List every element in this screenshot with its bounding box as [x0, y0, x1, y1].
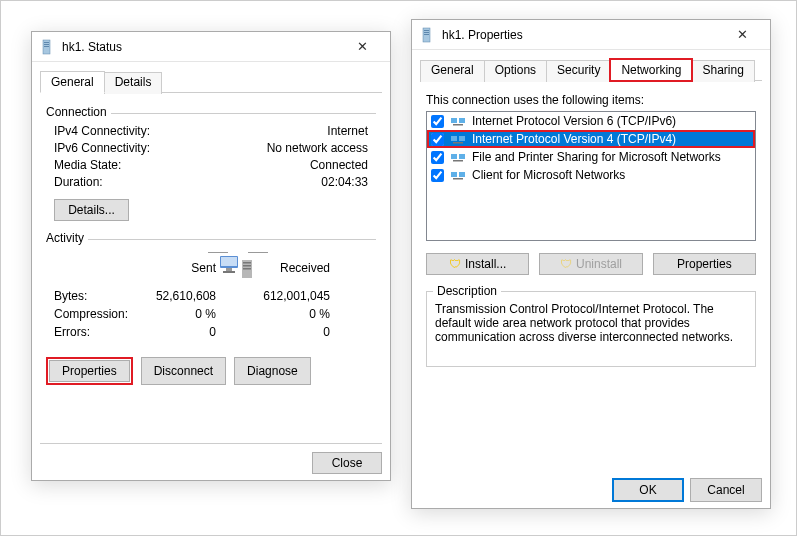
description-text: Transmission Control Protocol/Internet P…: [435, 302, 747, 344]
items-list[interactable]: Internet Protocol Version 6 (TCP/IPv6)In…: [426, 111, 756, 241]
svg-rect-7: [223, 271, 235, 273]
install-button[interactable]: 🛡Install...: [426, 253, 529, 275]
list-item[interactable]: Internet Protocol Version 4 (TCP/IPv4): [427, 130, 755, 148]
status-tabstrip: General Details: [40, 70, 382, 93]
item-properties-button[interactable]: Properties: [653, 253, 756, 275]
svg-rect-22: [451, 154, 457, 159]
close-button[interactable]: ✕: [342, 39, 382, 54]
svg-rect-20: [459, 136, 465, 141]
properties-title: hk1. Properties: [442, 28, 722, 42]
svg-rect-19: [451, 136, 457, 141]
errors-received: 0: [260, 325, 330, 339]
duration-label: Duration:: [54, 175, 103, 189]
svg-rect-2: [44, 44, 49, 45]
item-checkbox[interactable]: [431, 169, 444, 182]
ok-button[interactable]: OK: [612, 478, 684, 502]
disconnect-button[interactable]: Disconnect: [141, 357, 226, 385]
activity-icon: [218, 250, 258, 282]
compression-received: 0 %: [260, 307, 330, 321]
svg-rect-23: [459, 154, 465, 159]
item-label: Internet Protocol Version 6 (TCP/IPv6): [472, 114, 676, 128]
bytes-sent: 52,610,608: [146, 289, 216, 303]
svg-rect-1: [44, 42, 49, 43]
ipv6-label: IPv6 Connectivity:: [54, 141, 150, 155]
ipv4-label: IPv4 Connectivity:: [54, 124, 150, 138]
svg-rect-11: [243, 268, 251, 270]
item-checkbox[interactable]: [431, 115, 444, 128]
status-dialog: hk1. Status ✕ General Details Connection…: [31, 31, 391, 481]
diagnose-button[interactable]: Diagnose: [234, 357, 311, 385]
list-item[interactable]: Internet Protocol Version 6 (TCP/IPv6): [427, 112, 755, 130]
properties-dialog: hk1. Properties ✕ General Options Securi…: [411, 19, 771, 509]
compression-sent: 0 %: [146, 307, 216, 321]
compression-label: Compression:: [54, 307, 144, 321]
ipv4-value: Internet: [327, 124, 368, 138]
svg-rect-26: [459, 172, 465, 177]
svg-rect-16: [451, 118, 457, 123]
errors-sent: 0: [146, 325, 216, 339]
protocol-icon: [450, 167, 466, 183]
svg-rect-15: [424, 34, 429, 35]
close-dialog-button[interactable]: Close: [312, 452, 382, 474]
bytes-label: Bytes:: [54, 289, 144, 303]
close-button[interactable]: ✕: [722, 27, 762, 42]
details-button[interactable]: Details...: [54, 199, 129, 221]
ipv6-value: No network access: [267, 141, 368, 155]
tab-sharing[interactable]: Sharing: [691, 60, 754, 82]
properties-content: This connection uses the following items…: [412, 81, 770, 379]
item-label: File and Printer Sharing for Microsoft N…: [472, 150, 721, 164]
list-item[interactable]: File and Printer Sharing for Microsoft N…: [427, 148, 755, 166]
item-checkbox[interactable]: [431, 151, 444, 164]
tab-security[interactable]: Security: [546, 60, 611, 82]
item-checkbox[interactable]: [431, 133, 444, 146]
tab-general[interactable]: General: [40, 71, 105, 93]
tab-general[interactable]: General: [420, 60, 485, 82]
svg-rect-5: [221, 257, 237, 266]
properties-button[interactable]: Properties: [49, 360, 130, 382]
item-label: Internet Protocol Version 4 (TCP/IPv4): [472, 132, 676, 146]
list-item[interactable]: Client for Microsoft Networks: [427, 166, 755, 184]
svg-rect-13: [424, 30, 429, 31]
description-label: Description: [433, 284, 501, 298]
sent-header: Sent: [146, 261, 216, 275]
description-group: Description Transmission Control Protoco…: [426, 291, 756, 367]
cancel-button[interactable]: Cancel: [690, 478, 762, 502]
duration-value: 02:04:33: [321, 175, 368, 189]
bytes-received: 612,001,045: [260, 289, 330, 303]
svg-rect-25: [451, 172, 457, 177]
tab-networking[interactable]: Networking: [610, 59, 692, 81]
properties-titlebar[interactable]: hk1. Properties ✕: [412, 20, 770, 50]
properties-highlight: Properties: [46, 357, 133, 385]
network-adapter-icon: [40, 39, 56, 55]
status-content: Connection IPv4 Connectivity:Internet IP…: [32, 93, 390, 397]
network-adapter-icon: [420, 27, 436, 43]
protocol-icon: [450, 131, 466, 147]
svg-rect-10: [243, 265, 251, 267]
tab-options[interactable]: Options: [484, 60, 547, 82]
item-label: Client for Microsoft Networks: [472, 168, 625, 182]
svg-rect-21: [453, 142, 463, 144]
received-header: Received: [260, 261, 330, 275]
uninstall-button: 🛡Uninstall: [539, 253, 642, 275]
status-title: hk1. Status: [62, 40, 342, 54]
svg-rect-6: [226, 268, 232, 271]
activity-grid: Sent Received Bytes: 52,610,608 612,001,…: [54, 250, 368, 339]
svg-rect-9: [243, 262, 251, 264]
properties-tabstrip: General Options Security Networking Shar…: [420, 58, 762, 81]
svg-rect-24: [453, 160, 463, 162]
media-state-label: Media State:: [54, 158, 121, 172]
status-titlebar[interactable]: hk1. Status ✕: [32, 32, 390, 62]
errors-label: Errors:: [54, 325, 144, 339]
tab-details[interactable]: Details: [104, 72, 163, 94]
activity-group-label: Activity: [46, 231, 88, 245]
shield-icon: 🛡: [449, 257, 461, 271]
svg-rect-17: [459, 118, 465, 123]
connection-group-label: Connection: [46, 105, 111, 119]
svg-rect-18: [453, 124, 463, 126]
svg-rect-27: [453, 178, 463, 180]
shield-icon: 🛡: [560, 257, 572, 271]
media-state-value: Connected: [310, 158, 368, 172]
items-label: This connection uses the following items…: [426, 93, 756, 107]
protocol-icon: [450, 113, 466, 129]
svg-rect-14: [424, 32, 429, 33]
